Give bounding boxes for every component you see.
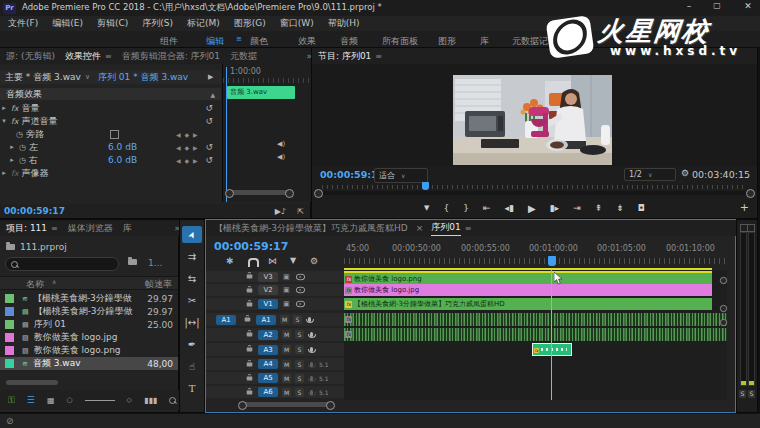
master-clip-label[interactable]: 主要 * 音频 3.wav	[5, 71, 81, 84]
project-item-row[interactable]: ▨ 教你做美食 logo.jpg	[0, 331, 178, 344]
scrubber-handle-left[interactable]	[314, 189, 323, 198]
bypass-checkbox[interactable]	[110, 130, 119, 139]
playback-resolution-select[interactable]: 1/2 ∨	[624, 168, 676, 181]
linked-selection-icon[interactable]: ⋈	[268, 256, 277, 266]
panel-menu-icon[interactable]: ≡	[51, 224, 58, 233]
workspace-editing[interactable]: 编辑	[206, 35, 224, 48]
menu-markers[interactable]: 标记(M)	[187, 17, 220, 30]
go-to-out-icon[interactable]: ⇥	[573, 203, 581, 213]
export-icon[interactable]: ⇱	[297, 207, 304, 216]
meter-solo-left-button[interactable]: S	[739, 390, 746, 398]
solo-button[interactable]: S	[295, 345, 304, 354]
timeline-playhead-head[interactable]	[548, 256, 556, 266]
expand-chevron-icon[interactable]: ▸	[0, 104, 8, 112]
track-lock-icon[interactable]	[247, 376, 253, 380]
solo-button[interactable]: S	[293, 315, 302, 324]
tab-source-monitor[interactable]: 源: (无剪辑)	[6, 50, 55, 63]
workspace-menu-icon[interactable]: ≡	[236, 35, 242, 43]
automate-to-sequence-icon[interactable]: ▮▮▮	[144, 396, 157, 405]
project-item-row[interactable]: ▨ 教你做美食 logo.png	[0, 344, 178, 357]
solo-button[interactable]: S	[295, 330, 304, 339]
workspace-effects[interactable]: 效果	[298, 35, 316, 48]
workspace-assembly[interactable]: 组件	[160, 35, 178, 48]
audio-effects-header[interactable]: 音频效果 ▲	[0, 88, 221, 100]
nest-toggle-icon[interactable]: ✱	[226, 256, 234, 266]
label-color-chip[interactable]	[5, 359, 14, 368]
item-name[interactable]: 【楊桃美食網-3分鐘學做	[33, 292, 133, 305]
menu-graphics[interactable]: 图形(G)	[234, 17, 266, 30]
track-resize-handle[interactable]	[720, 305, 727, 312]
zoom-level-select[interactable]: 适合 ∨	[374, 168, 428, 183]
audio-clip-a3-selected[interactable]: fx	[532, 343, 572, 356]
panel-menu-icon[interactable]: ≡	[465, 224, 472, 233]
maximize-button[interactable]: ▢	[709, 1, 725, 10]
voiceover-mic-icon[interactable]	[310, 332, 313, 337]
right-value[interactable]: 6.0 dB	[108, 155, 137, 165]
program-scrubber[interactable]	[312, 182, 757, 198]
label-color-chip[interactable]	[5, 294, 14, 303]
meter-solo-right-button[interactable]: S	[748, 390, 755, 398]
track-lock-icon[interactable]	[247, 288, 253, 292]
label-color-chip[interactable]	[5, 333, 14, 342]
audio-clip-a2[interactable]: fx	[344, 328, 727, 341]
keyframe-nav-icons[interactable]: ◀ ◆ ▶	[176, 157, 199, 164]
track-lock-icon[interactable]	[245, 318, 251, 322]
panel-menu-icon[interactable]: ≡	[105, 52, 112, 61]
find-icon[interactable]	[169, 397, 176, 404]
project-item-row[interactable]: ≋ 【楊桃美食網-3分鐘學做 29.97	[0, 292, 178, 305]
mark-out-icon[interactable]: }	[463, 203, 469, 213]
snap-icon[interactable]	[248, 258, 259, 267]
track-lock-icon[interactable]	[247, 362, 253, 366]
project-file-name[interactable]: 111.prproj	[20, 242, 67, 252]
track-output-eye-icon[interactable]	[296, 273, 305, 279]
arrow-right-icon[interactable]: ▶	[208, 73, 213, 81]
tab-program-monitor[interactable]: 节目: 序列01	[318, 50, 371, 63]
track-target-v3[interactable]: V3	[258, 272, 278, 282]
source-patch-a1[interactable]: A1	[216, 315, 236, 325]
track-target-a4[interactable]: A4	[258, 359, 278, 369]
zoom-out-dot-icon[interactable]: ○	[67, 396, 73, 404]
workspace-audio[interactable]: 音频	[340, 35, 358, 48]
tab-libraries[interactable]: 库	[123, 222, 132, 235]
sequence-clip-label[interactable]: 序列 01 * 音频 3.wav	[98, 71, 188, 84]
timeline-settings-wrench-icon[interactable]: ⚙	[310, 256, 318, 266]
timeline-playhead-line[interactable]	[551, 270, 552, 400]
item-name[interactable]: 序列 01	[34, 318, 134, 331]
track-lock-icon[interactable]	[247, 348, 253, 352]
workspace-libraries[interactable]: 库	[480, 35, 489, 48]
speaker-icon[interactable]: ◀)	[277, 153, 285, 161]
label-color-chip[interactable]	[5, 346, 14, 355]
track-lock-icon[interactable]	[247, 390, 253, 394]
track-resize-handle[interactable]	[720, 319, 727, 326]
workspace-graphics[interactable]: 图形	[438, 35, 456, 48]
mute-button[interactable]: M	[282, 345, 291, 354]
track-lock-icon[interactable]	[247, 275, 253, 279]
voiceover-mic-icon[interactable]	[310, 390, 313, 395]
selection-tool[interactable]: ➤	[182, 226, 202, 243]
track-target-v1[interactable]: V1	[258, 299, 278, 309]
add-marker-icon[interactable]: ▼	[290, 256, 296, 265]
tab-media-browser[interactable]: 媒体浏览器	[68, 222, 113, 235]
track-lock-icon[interactable]	[247, 302, 253, 306]
video-clip-v3[interactable]: fx 教你做美食 logo.png	[344, 271, 712, 284]
play-audio-only-icon[interactable]: ▶♪	[275, 207, 286, 216]
icon-view-icon[interactable]: ▦	[47, 396, 55, 405]
tab-audio-clip-mixer[interactable]: 音频剪辑混合器: 序列01	[122, 50, 220, 63]
solo-button[interactable]: S	[295, 388, 304, 397]
ec-h-scrollbar[interactable]	[227, 190, 289, 195]
close-button[interactable]: ✕	[740, 1, 756, 11]
item-name[interactable]: 教你做美食 logo.png	[34, 344, 134, 357]
effect-row-channel-volume[interactable]: ▾ fx 声道音量 ↺	[0, 115, 221, 127]
mute-button[interactable]: M	[282, 374, 291, 383]
menu-help[interactable]: 帮助(H)	[328, 17, 360, 30]
add-panel-button[interactable]: +	[740, 201, 749, 214]
label-color-chip[interactable]	[5, 320, 14, 329]
hand-tool[interactable]: ☝	[182, 358, 202, 375]
menu-sequence[interactable]: 序列(S)	[142, 17, 173, 30]
slip-tool[interactable]: |↔|	[182, 314, 202, 331]
razor-tool[interactable]: ✂	[182, 292, 202, 309]
keyframe-nav-icons[interactable]: ◀ ◆ ▶	[176, 144, 199, 151]
tab-sequence-clip[interactable]: 【楊桃美食網-3分鐘學做菜】巧克力戚風蛋糕HD	[214, 222, 408, 235]
toggle-animation-icon[interactable]: ◷	[16, 130, 23, 139]
reset-param-icon[interactable]: ↺	[205, 142, 213, 152]
